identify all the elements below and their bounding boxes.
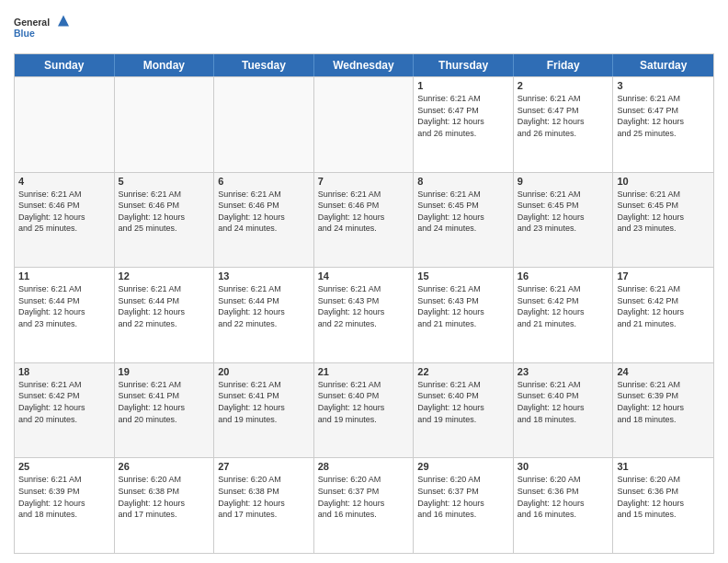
day-cell-1: 1Sunrise: 6:21 AM Sunset: 6:47 PM Daylig…: [414, 77, 514, 172]
day-of-week-sunday: Sunday: [15, 54, 115, 76]
day-info: Sunrise: 6:21 AM Sunset: 6:40 PM Dayligh…: [318, 379, 410, 425]
empty-cell: [214, 77, 314, 172]
logo: General Blue: [14, 9, 69, 46]
day-cell-3: 3Sunrise: 6:21 AM Sunset: 6:47 PM Daylig…: [613, 77, 713, 172]
day-info: Sunrise: 6:21 AM Sunset: 6:45 PM Dayligh…: [617, 189, 710, 235]
calendar-row-3: 11Sunrise: 6:21 AM Sunset: 6:44 PM Dayli…: [15, 267, 713, 362]
day-number: 17: [617, 270, 710, 282]
day-cell-10: 10Sunrise: 6:21 AM Sunset: 6:45 PM Dayli…: [613, 173, 713, 268]
calendar-header: SundayMondayTuesdayWednesdayThursdayFrid…: [15, 54, 713, 76]
day-of-week-wednesday: Wednesday: [314, 54, 415, 76]
day-info: Sunrise: 6:20 AM Sunset: 6:36 PM Dayligh…: [617, 474, 710, 520]
day-number: 7: [318, 176, 410, 187]
calendar-row-4: 18Sunrise: 6:21 AM Sunset: 6:42 PM Dayli…: [15, 362, 713, 458]
day-info: Sunrise: 6:21 AM Sunset: 6:40 PM Dayligh…: [417, 379, 509, 425]
svg-marker-2: [58, 16, 69, 27]
day-number: 13: [218, 270, 310, 282]
header: General Blue: [14, 9, 714, 46]
day-info: Sunrise: 6:21 AM Sunset: 6:39 PM Dayligh…: [18, 474, 110, 520]
day-info: Sunrise: 6:21 AM Sunset: 6:40 PM Dayligh…: [518, 379, 609, 425]
day-cell-2: 2Sunrise: 6:21 AM Sunset: 6:47 PM Daylig…: [514, 77, 614, 172]
day-cell-23: 23Sunrise: 6:21 AM Sunset: 6:40 PM Dayli…: [514, 363, 614, 458]
day-cell-28: 28Sunrise: 6:20 AM Sunset: 6:37 PM Dayli…: [314, 458, 415, 553]
day-number: 23: [518, 366, 609, 377]
day-info: Sunrise: 6:21 AM Sunset: 6:46 PM Dayligh…: [318, 189, 410, 235]
day-info: Sunrise: 6:20 AM Sunset: 6:38 PM Dayligh…: [218, 474, 310, 520]
day-number: 14: [318, 270, 410, 282]
day-number: 19: [119, 366, 210, 377]
day-number: 8: [417, 176, 509, 187]
day-info: Sunrise: 6:20 AM Sunset: 6:37 PM Dayligh…: [318, 474, 410, 520]
calendar-body: 1Sunrise: 6:21 AM Sunset: 6:47 PM Daylig…: [15, 76, 713, 553]
day-number: 5: [119, 176, 210, 187]
calendar-row-1: 1Sunrise: 6:21 AM Sunset: 6:47 PM Daylig…: [15, 76, 713, 172]
day-cell-31: 31Sunrise: 6:20 AM Sunset: 6:36 PM Dayli…: [613, 458, 713, 553]
day-cell-12: 12Sunrise: 6:21 AM Sunset: 6:44 PM Dayli…: [115, 268, 215, 362]
day-number: 20: [218, 366, 310, 377]
day-info: Sunrise: 6:21 AM Sunset: 6:42 PM Dayligh…: [18, 379, 110, 425]
day-info: Sunrise: 6:21 AM Sunset: 6:45 PM Dayligh…: [417, 189, 509, 235]
day-info: Sunrise: 6:20 AM Sunset: 6:37 PM Dayligh…: [417, 474, 509, 520]
day-info: Sunrise: 6:21 AM Sunset: 6:44 PM Dayligh…: [18, 283, 110, 329]
day-info: Sunrise: 6:21 AM Sunset: 6:46 PM Dayligh…: [218, 189, 310, 235]
day-of-week-saturday: Saturday: [613, 54, 713, 76]
calendar: SundayMondayTuesdayWednesdayThursdayFrid…: [14, 53, 714, 554]
day-cell-9: 9Sunrise: 6:21 AM Sunset: 6:45 PM Daylig…: [514, 173, 614, 268]
day-number: 28: [318, 461, 410, 472]
day-number: 30: [518, 461, 609, 472]
day-number: 29: [417, 461, 509, 472]
day-info: Sunrise: 6:21 AM Sunset: 6:42 PM Dayligh…: [518, 283, 609, 329]
day-cell-11: 11Sunrise: 6:21 AM Sunset: 6:44 PM Dayli…: [15, 268, 115, 362]
empty-cell: [115, 77, 215, 172]
day-info: Sunrise: 6:21 AM Sunset: 6:47 PM Dayligh…: [518, 93, 609, 139]
day-number: 25: [18, 461, 110, 472]
day-cell-15: 15Sunrise: 6:21 AM Sunset: 6:43 PM Dayli…: [414, 268, 514, 362]
calendar-row-2: 4Sunrise: 6:21 AM Sunset: 6:46 PM Daylig…: [15, 172, 713, 268]
day-cell-26: 26Sunrise: 6:20 AM Sunset: 6:38 PM Dayli…: [115, 458, 215, 553]
day-cell-27: 27Sunrise: 6:20 AM Sunset: 6:38 PM Dayli…: [214, 458, 314, 553]
day-info: Sunrise: 6:21 AM Sunset: 6:42 PM Dayligh…: [617, 283, 710, 329]
logo-svg: General Blue: [14, 9, 69, 46]
day-number: 18: [18, 366, 110, 377]
day-number: 3: [617, 80, 710, 91]
day-cell-17: 17Sunrise: 6:21 AM Sunset: 6:42 PM Dayli…: [613, 268, 713, 362]
calendar-row-5: 25Sunrise: 6:21 AM Sunset: 6:39 PM Dayli…: [15, 457, 713, 553]
day-number: 10: [617, 176, 710, 187]
day-cell-20: 20Sunrise: 6:21 AM Sunset: 6:41 PM Dayli…: [214, 363, 314, 458]
day-cell-22: 22Sunrise: 6:21 AM Sunset: 6:40 PM Dayli…: [414, 363, 514, 458]
svg-text:General: General: [14, 17, 50, 28]
day-info: Sunrise: 6:21 AM Sunset: 6:47 PM Dayligh…: [417, 93, 509, 139]
day-cell-29: 29Sunrise: 6:20 AM Sunset: 6:37 PM Dayli…: [414, 458, 514, 553]
day-of-week-monday: Monday: [115, 54, 215, 76]
day-info: Sunrise: 6:21 AM Sunset: 6:47 PM Dayligh…: [617, 93, 710, 139]
day-cell-30: 30Sunrise: 6:20 AM Sunset: 6:36 PM Dayli…: [514, 458, 614, 553]
day-info: Sunrise: 6:21 AM Sunset: 6:46 PM Dayligh…: [18, 189, 110, 235]
day-number: 1: [417, 80, 509, 91]
day-cell-21: 21Sunrise: 6:21 AM Sunset: 6:40 PM Dayli…: [314, 363, 415, 458]
day-number: 21: [318, 366, 410, 377]
day-info: Sunrise: 6:21 AM Sunset: 6:45 PM Dayligh…: [518, 189, 609, 235]
day-number: 16: [518, 270, 609, 282]
day-number: 31: [617, 461, 710, 472]
empty-cell: [15, 77, 115, 172]
day-info: Sunrise: 6:21 AM Sunset: 6:44 PM Dayligh…: [218, 283, 310, 329]
day-number: 9: [518, 176, 609, 187]
day-number: 15: [417, 270, 509, 282]
day-number: 27: [218, 461, 310, 472]
day-number: 6: [218, 176, 310, 187]
day-info: Sunrise: 6:21 AM Sunset: 6:46 PM Dayligh…: [119, 189, 210, 235]
day-number: 4: [18, 176, 110, 187]
empty-cell: [314, 77, 415, 172]
day-info: Sunrise: 6:21 AM Sunset: 6:43 PM Dayligh…: [318, 283, 410, 329]
day-info: Sunrise: 6:21 AM Sunset: 6:41 PM Dayligh…: [119, 379, 210, 425]
day-cell-18: 18Sunrise: 6:21 AM Sunset: 6:42 PM Dayli…: [15, 363, 115, 458]
day-cell-4: 4Sunrise: 6:21 AM Sunset: 6:46 PM Daylig…: [15, 173, 115, 268]
day-of-week-tuesday: Tuesday: [214, 54, 314, 76]
day-number: 11: [18, 270, 110, 282]
day-of-week-thursday: Thursday: [414, 54, 514, 76]
page: General Blue SundayMondayTuesdayWednesda…: [0, 0, 728, 563]
day-cell-5: 5Sunrise: 6:21 AM Sunset: 6:46 PM Daylig…: [115, 173, 215, 268]
day-info: Sunrise: 6:21 AM Sunset: 6:43 PM Dayligh…: [417, 283, 509, 329]
day-info: Sunrise: 6:21 AM Sunset: 6:44 PM Dayligh…: [119, 283, 210, 329]
day-cell-13: 13Sunrise: 6:21 AM Sunset: 6:44 PM Dayli…: [214, 268, 314, 362]
